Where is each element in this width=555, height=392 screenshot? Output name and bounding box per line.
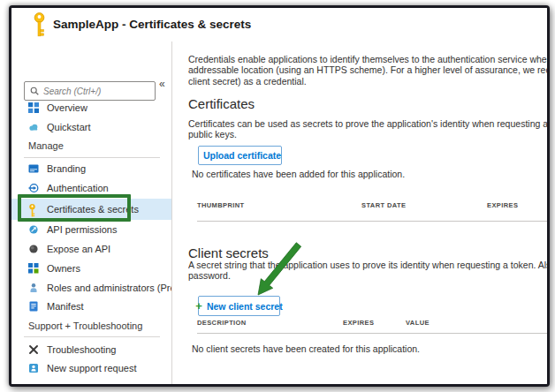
sidebar-item-authentication[interactable]: Authentication (11, 178, 171, 198)
roles-administrators-icon (28, 283, 39, 293)
quickstart-icon (28, 122, 39, 132)
manifest-icon (28, 301, 39, 312)
search-input[interactable] (43, 87, 149, 96)
branding-icon (28, 163, 39, 174)
sidebar-item-certificates-secrets[interactable]: Certificates & secrets (11, 200, 171, 219)
col-header-expires: EXPIRES (487, 201, 518, 209)
new-client-secret-label: New client secret (207, 301, 283, 312)
main-content: Credentials enable applications to ident… (172, 41, 547, 384)
sidebar-item-roles-administrators[interactable]: Roles and administrators (Previ... (11, 278, 171, 298)
sidebar-item-label: Overview (47, 102, 87, 113)
sidebar-item-troubleshooting[interactable]: Troubleshooting (11, 340, 171, 359)
expose-api-icon (28, 244, 39, 254)
upload-certificate-button[interactable]: Upload certificate (198, 146, 282, 165)
sidebar-item-label: New support request (47, 363, 137, 373)
sidebar-item-manifest[interactable]: Manifest (11, 297, 171, 316)
sidebar-item-expose-an-api[interactable]: Expose an API (11, 239, 171, 259)
upload-certificate-label: Upload certificate (203, 150, 281, 161)
owners-icon (28, 263, 39, 274)
sidebar-item-label: Quickstart (47, 122, 91, 132)
authentication-icon (28, 183, 39, 193)
page-title: SampleApp - Certificates & secrets (53, 18, 251, 31)
col-header-start-date: START DATE (361, 201, 406, 209)
sidebar-item-label: Authentication (47, 183, 109, 193)
col-header-expires: EXPIRES (343, 319, 374, 327)
sidebar-item-label: Troubleshooting (47, 344, 116, 355)
collapse-sidebar-icon[interactable]: « (159, 79, 165, 89)
client-secrets-description: A secret string that the application use… (188, 260, 547, 282)
search-icon (30, 87, 39, 95)
page-header: SampleApp - Certificates & secrets (11, 8, 547, 41)
key-icon (28, 204, 39, 215)
sidebar-item-owners[interactable]: Owners (11, 259, 171, 278)
new-client-secret-button[interactable]: + New client secret (198, 296, 280, 316)
col-header-description: DESCRIPTION (197, 319, 247, 327)
sidebar-section-manage: Manage (28, 140, 64, 155)
sidebar-item-api-permissions[interactable]: API permissions (11, 220, 171, 239)
sidebar-item-new-support-request[interactable]: New support request (11, 358, 171, 378)
sidebar-item-label: Branding (47, 163, 86, 174)
troubleshooting-icon (28, 344, 39, 355)
certificates-empty-text: No certificates have been added for this… (192, 169, 405, 179)
col-header-thumbprint: THUMBPRINT (197, 201, 245, 209)
plus-icon: + (195, 302, 202, 311)
key-icon (33, 12, 46, 41)
col-header-value: VALUE (406, 319, 430, 327)
sidebar-item-label: Certificates & secrets (47, 204, 139, 215)
sidebar-item-label: Manifest (47, 301, 84, 312)
sidebar: « Overview Quickstart Manage (11, 41, 171, 384)
certificates-heading: Certificates (188, 96, 255, 111)
app-window: SampleApp - Certificates & secrets « Ove… (9, 5, 550, 387)
client-secrets-empty-text: No client secrets have been created for … (192, 343, 420, 354)
overview-icon (28, 102, 39, 113)
sidebar-item-label: Roles and administrators (Previ... (47, 283, 191, 293)
certificates-description: Certificates can be used as secrets to p… (188, 118, 547, 140)
sidebar-item-label: Expose an API (47, 244, 110, 254)
sidebar-item-branding[interactable]: Branding (11, 159, 171, 178)
sidebar-item-label: API permissions (47, 224, 117, 235)
new-support-request-icon (28, 363, 39, 373)
api-permissions-icon (28, 224, 39, 235)
sidebar-item-label: Owners (47, 263, 80, 274)
credentials-intro-text: Credentials enable applications to ident… (188, 54, 547, 87)
sidebar-item-overview[interactable]: Overview (11, 98, 171, 117)
divider (24, 336, 160, 337)
sidebar-section-support: Support + Troubleshooting (28, 320, 142, 335)
sidebar-item-quickstart[interactable]: Quickstart (11, 117, 171, 137)
table-divider (197, 333, 547, 334)
divider (24, 157, 160, 158)
table-divider (197, 221, 547, 222)
client-secrets-heading: Client secrets (188, 245, 269, 260)
